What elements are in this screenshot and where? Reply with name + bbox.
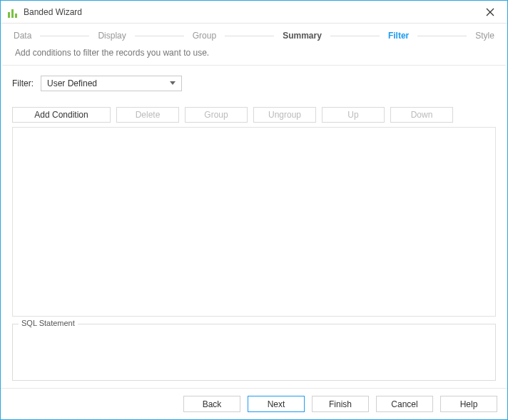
- app-icon: [8, 6, 19, 18]
- step-divider: [135, 36, 184, 36]
- step-display[interactable]: Display: [95, 31, 128, 41]
- titlebar: Banded Wizard: [1, 1, 507, 24]
- back-button[interactable]: Back: [183, 396, 240, 412]
- filter-label: Filter:: [12, 78, 34, 88]
- step-divider: [417, 36, 467, 36]
- up-button: Up: [322, 107, 385, 123]
- chevron-down-icon: [167, 78, 178, 88]
- condition-toolbar: Add Condition Delete Group Ungroup Up Do…: [12, 107, 496, 123]
- filter-select[interactable]: User Defined: [41, 76, 182, 91]
- subheader-text: Add conditions to filter the records you…: [1, 48, 507, 65]
- next-button[interactable]: Next: [248, 396, 305, 412]
- help-button[interactable]: Help: [440, 396, 497, 412]
- step-bar: Data Display Group Summary Filter Style: [1, 24, 507, 48]
- sql-statement-panel: SQL Statement: [12, 324, 496, 381]
- ungroup-button: Ungroup: [253, 107, 316, 123]
- close-icon: [486, 8, 494, 16]
- group-button: Group: [185, 107, 248, 123]
- step-summary[interactable]: Summary: [280, 31, 325, 41]
- step-divider: [225, 36, 274, 36]
- wizard-window: Banded Wizard Data Display Group Summary…: [0, 0, 508, 420]
- finish-button[interactable]: Finish: [312, 396, 369, 412]
- step-data[interactable]: Data: [11, 31, 34, 41]
- cancel-button[interactable]: Cancel: [376, 396, 433, 412]
- step-divider: [40, 36, 89, 36]
- step-group[interactable]: Group: [190, 31, 219, 41]
- add-condition-button[interactable]: Add Condition: [12, 107, 111, 123]
- condition-list[interactable]: [12, 127, 496, 317]
- down-button: Down: [390, 107, 453, 123]
- close-button[interactable]: [479, 4, 502, 21]
- step-style[interactable]: Style: [472, 31, 497, 41]
- step-filter[interactable]: Filter: [385, 31, 412, 41]
- window-title: Banded Wizard: [24, 7, 479, 17]
- filter-select-value: User Defined: [47, 78, 97, 88]
- step-divider: [330, 36, 380, 36]
- delete-button: Delete: [116, 107, 179, 123]
- footer: Back Next Finish Cancel Help: [1, 388, 507, 419]
- filter-row: Filter: User Defined: [12, 76, 496, 91]
- sql-statement-legend: SQL Statement: [19, 319, 78, 327]
- content-area: Filter: User Defined Add Condition Delet…: [2, 65, 506, 388]
